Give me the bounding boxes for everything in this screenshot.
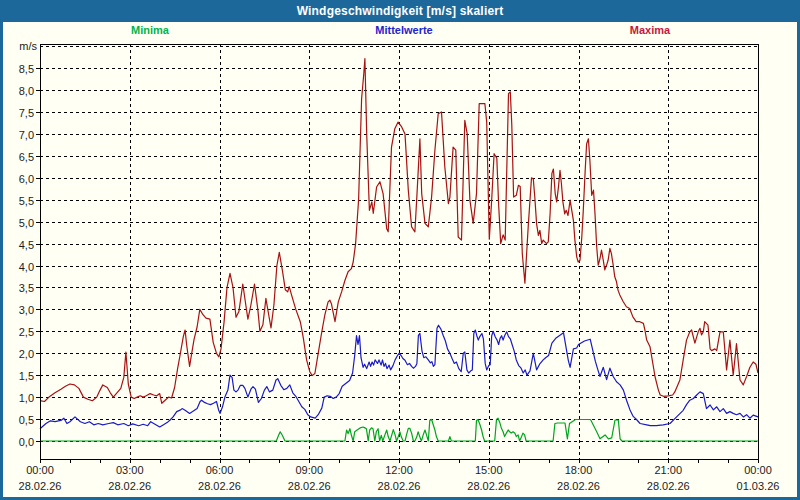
x-time-label: 09:00 (295, 464, 323, 476)
x-time-label: 15:00 (475, 464, 503, 476)
wind-speed-chart: 0,00,51,01,52,02,53,03,54,04,55,05,56,06… (0, 0, 800, 500)
y-tick-label: 5,5 (19, 195, 34, 207)
y-tick-label: 8,0 (19, 85, 34, 97)
x-time-label: 00:00 (26, 464, 54, 476)
y-tick-label: 2,0 (19, 348, 34, 360)
y-tick-label: 8,5 (19, 63, 34, 75)
y-axis-unit-label: m/s (19, 40, 37, 52)
x-date-label: 28.02.26 (108, 480, 151, 492)
x-date-label: 28.02.26 (647, 480, 690, 492)
y-tick-label: 7,0 (19, 129, 34, 141)
y-tick-label: 1,0 (19, 392, 34, 404)
x-date-label: 28.02.26 (198, 480, 241, 492)
x-time-label: 18:00 (565, 464, 593, 476)
y-tick-label: 0,5 (19, 414, 34, 426)
y-tick-label: 6,0 (19, 173, 34, 185)
y-tick-label: 7,5 (19, 107, 34, 119)
y-tick-label: 6,5 (19, 151, 34, 163)
x-time-label: 21:00 (654, 464, 682, 476)
x-time-label: 12:00 (385, 464, 413, 476)
y-tick-label: 5,0 (19, 217, 34, 229)
y-tick-label: 4,0 (19, 261, 34, 273)
y-tick-label: 4,5 (19, 239, 34, 251)
x-date-label: 28.02.26 (467, 480, 510, 492)
y-tick-label: 3,5 (19, 282, 34, 294)
x-time-label: 03:00 (116, 464, 144, 476)
y-tick-label: 1,5 (19, 370, 34, 382)
x-time-label: 06:00 (206, 464, 234, 476)
x-time-label: 00:00 (744, 464, 772, 476)
y-tick-label: 3,0 (19, 304, 34, 316)
x-date-label: 28.02.26 (19, 480, 62, 492)
chart-window: Windgeschwindigkeit [m/s] skaliert Minim… (0, 0, 800, 500)
grid-layer (40, 44, 758, 459)
y-tick-label: 0,0 (19, 436, 34, 448)
x-date-label: 28.02.26 (378, 480, 421, 492)
x-date-label: 01.03.26 (737, 480, 780, 492)
x-date-label: 28.02.26 (557, 480, 600, 492)
y-tick-label: 2,5 (19, 326, 34, 338)
x-date-label: 28.02.26 (288, 480, 331, 492)
